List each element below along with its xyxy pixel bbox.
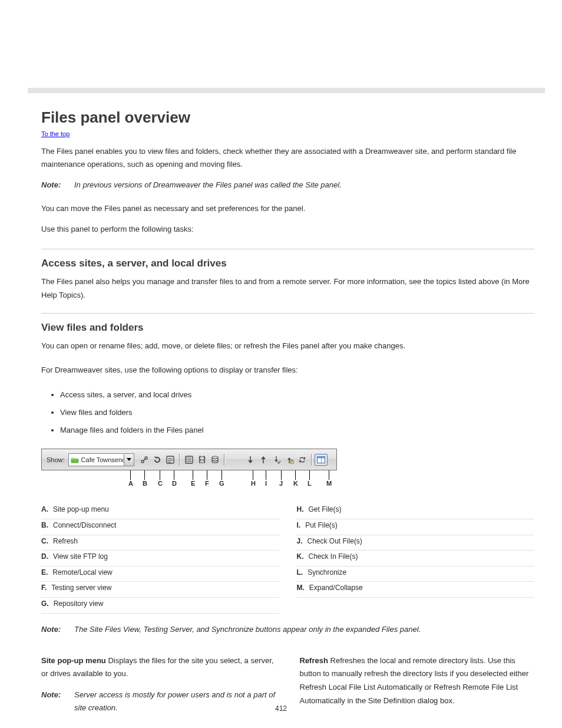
legend-key: J. xyxy=(297,535,303,548)
def-body-refresh: Refreshes the local and remote directory… xyxy=(300,656,529,705)
svg-point-5 xyxy=(186,459,187,460)
legend-text: Expand/Collapse xyxy=(309,582,363,595)
def-heading-refresh: Refresh xyxy=(300,656,328,665)
callout-I: I xyxy=(265,480,267,487)
legend-key: K. xyxy=(297,551,304,564)
toolbar-legend: A.Site pop-up menu H.Get File(s) B.Conne… xyxy=(41,503,534,613)
refresh-icon[interactable] xyxy=(151,453,164,466)
note-body: In previous versions of Dreamweaver the … xyxy=(74,179,534,192)
callout-C: C xyxy=(158,480,163,487)
put-files-icon[interactable] xyxy=(257,453,270,466)
legend-text: Check In File(s) xyxy=(309,551,358,564)
legend-key: I. xyxy=(297,519,301,532)
toolbar-figure: Show: Cafe Townsend xyxy=(41,449,534,494)
toolbar-callouts: A B C D E F G H I J K L M xyxy=(41,470,336,494)
legend-key: M. xyxy=(297,582,305,595)
legend-text: View site FTP log xyxy=(53,551,108,564)
svg-rect-11 xyxy=(321,458,322,463)
page-body: Files panel overview To the top The File… xyxy=(41,94,534,728)
remote-view-icon[interactable] xyxy=(183,453,196,466)
files-panel-toolbar: Show: Cafe Townsend xyxy=(41,449,337,470)
toolbar-separator xyxy=(222,453,227,466)
callout-F: F xyxy=(205,480,209,487)
legend-text: Testing server view xyxy=(51,582,111,595)
svg-rect-8 xyxy=(290,461,293,463)
svg-point-4 xyxy=(186,457,187,459)
svg-point-6 xyxy=(186,461,187,462)
breadcrumb-link[interactable]: To the top xyxy=(41,130,70,137)
callout-G: G xyxy=(219,480,224,487)
legend-key: F. xyxy=(41,582,47,595)
callout-D: D xyxy=(172,480,177,487)
definitions: Site pop-up menu Displays the files for … xyxy=(41,647,534,728)
legend-key: C. xyxy=(41,535,48,548)
site-popup-value: Cafe Townsend xyxy=(81,456,126,463)
callout-K: K xyxy=(293,480,298,487)
folder-icon xyxy=(71,456,79,463)
legend-key: D. xyxy=(41,551,48,564)
def-heading-site-popup: Site pop-up menu xyxy=(41,656,106,665)
intro-paragraph-1: The Files panel enables you to view file… xyxy=(41,145,534,171)
section-heading-access: Access sites, a server, and local drives xyxy=(41,258,534,269)
ftp-log-icon[interactable] xyxy=(164,453,177,466)
intro-paragraph-2b: Use this panel to perform the following … xyxy=(41,223,534,236)
note-label: Note: xyxy=(41,623,74,636)
section-divider xyxy=(41,249,534,249)
page-number: 412 xyxy=(0,704,562,713)
checkout-files-icon[interactable] xyxy=(270,453,283,466)
legend-key: L. xyxy=(297,566,303,579)
toolbar-separator xyxy=(309,453,315,466)
chevron-down-icon[interactable] xyxy=(124,454,134,466)
callout-J: J xyxy=(279,480,283,487)
callout-L: L xyxy=(308,480,312,487)
callout-A: A xyxy=(128,480,133,487)
section-body-access: The Files panel also helps you manage an… xyxy=(41,275,534,302)
svg-point-0 xyxy=(141,460,144,463)
header-grey-bar xyxy=(28,88,545,93)
legend-key: G. xyxy=(41,598,49,611)
page-title: Files panel overview xyxy=(41,108,534,127)
legend-key: A. xyxy=(41,503,48,516)
section-body-options: You can open or rename files; add, move,… xyxy=(41,340,534,353)
legend-text: Remote/Local view xyxy=(52,566,112,579)
legend-text: Site pop-up menu xyxy=(53,503,109,516)
legend-text: Put File(s) xyxy=(305,519,338,532)
callout-M: M xyxy=(326,480,332,487)
callout-H: H xyxy=(251,480,256,487)
section-body-after: For Dreamweaver sites, use the following… xyxy=(41,364,534,377)
toolbar-separator xyxy=(177,453,183,466)
legend-text: Synchronize xyxy=(308,566,346,579)
legend-key: H. xyxy=(297,503,304,516)
section-divider xyxy=(41,313,534,314)
svg-rect-10 xyxy=(317,456,325,458)
callout-B: B xyxy=(143,480,147,487)
section-heading-options: View files and folders xyxy=(41,322,534,334)
get-files-icon[interactable] xyxy=(244,453,257,466)
breadcrumb: To the top xyxy=(41,130,534,137)
legend-text: Check Out File(s) xyxy=(308,535,362,548)
connect-icon[interactable] xyxy=(138,453,151,466)
bullet-item: Access sites, a server, and local drives xyxy=(60,387,534,403)
checkin-files-icon[interactable] xyxy=(283,453,296,466)
note-label: Note: xyxy=(41,179,74,192)
legend-text: Repository view xyxy=(54,598,104,611)
expand-collapse-icon[interactable] xyxy=(315,454,328,466)
legend-text: Get File(s) xyxy=(309,503,342,516)
note-body: The Site Files View, Testing Server, and… xyxy=(74,623,534,636)
legend-key: B. xyxy=(41,519,48,532)
repository-icon[interactable] xyxy=(209,453,222,466)
site-popup-menu[interactable]: Cafe Townsend xyxy=(68,453,134,466)
bullet-item: View files and folders xyxy=(60,405,534,420)
legend-text: Connect/Disconnect xyxy=(53,519,116,532)
testing-server-icon[interactable] xyxy=(196,453,209,466)
bullet-item: Manage files and folders in the Files pa… xyxy=(60,423,534,438)
svg-point-7 xyxy=(212,456,218,459)
bullet-list: Access sites, a server, and local drives… xyxy=(47,387,534,438)
intro-paragraph-2a: You can move the Files panel as necessar… xyxy=(41,202,534,215)
synchronize-icon[interactable] xyxy=(296,453,309,466)
callout-E: E xyxy=(191,480,195,487)
legend-key: E. xyxy=(41,566,48,579)
svg-point-1 xyxy=(145,457,147,459)
legend-text: Refresh xyxy=(53,535,78,548)
show-label: Show: xyxy=(47,456,65,463)
